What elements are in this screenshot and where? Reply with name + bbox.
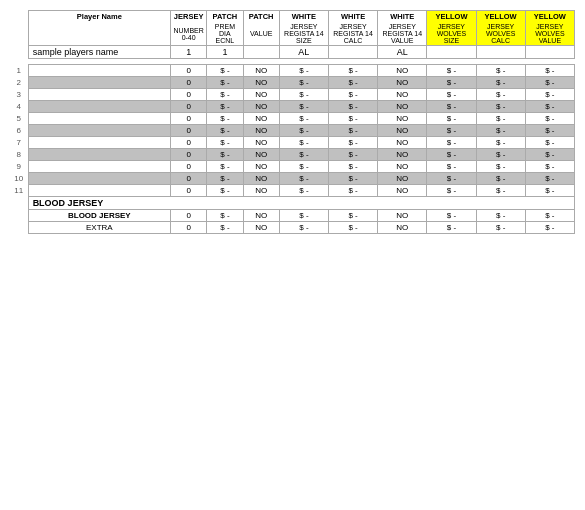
jersey-sub: NUMBER0-40 xyxy=(171,22,207,46)
blood-player: BLOOD JERSEY xyxy=(28,210,170,222)
wj10-d2: $ - xyxy=(328,173,377,185)
yj7-d1: $ - xyxy=(427,137,476,149)
yj2-d2: $ - xyxy=(476,77,525,89)
data-row-11: 11 0 $ - NO $ - $ - NO $ - $ - $ - xyxy=(10,185,575,197)
num-10: 0 xyxy=(171,173,207,185)
row-idx-8: 8 xyxy=(10,149,28,161)
yj8-d2: $ - xyxy=(476,149,525,161)
player-name-header: Player Name xyxy=(28,11,170,23)
blood-wj-d2: $ - xyxy=(328,210,377,222)
no-5: NO xyxy=(243,113,279,125)
wj10-no: NO xyxy=(378,173,427,185)
yj7-d3: $ - xyxy=(525,137,574,149)
yj10-d1: $ - xyxy=(427,173,476,185)
sample-wj-size: AL xyxy=(279,46,328,59)
num-5: 0 xyxy=(171,113,207,125)
yj3-d3: $ - xyxy=(525,89,574,101)
num-4: 0 xyxy=(171,101,207,113)
patch-header: PATCH xyxy=(243,11,279,23)
player-name-7 xyxy=(28,137,170,149)
num-6: 0 xyxy=(171,125,207,137)
data-row-4: 4 0 $ - NO $ - $ - NO $ - $ - $ - xyxy=(10,101,575,113)
blood-yj-d2: $ - xyxy=(476,210,525,222)
yj-d1: $ - xyxy=(427,65,476,77)
sample-player-name: sample players name xyxy=(28,46,170,59)
wj2-no: NO xyxy=(378,77,427,89)
data-row-3: 3 0 $ - NO $ - $ - NO $ - $ - $ - xyxy=(10,89,575,101)
patch-prem-sub: PREMDIAECNL xyxy=(207,22,243,46)
row-idx-2: 2 xyxy=(10,77,28,89)
yj5-d1: $ - xyxy=(427,113,476,125)
wj4-no: NO xyxy=(378,101,427,113)
row-idx-4: 4 xyxy=(10,101,28,113)
wj8-d2: $ - xyxy=(328,149,377,161)
extra-wj-d1: $ - xyxy=(279,222,328,234)
white-size-sub: JERSEYREGISTA 14SIZE xyxy=(279,22,328,46)
no-9: NO xyxy=(243,161,279,173)
yj11-d2: $ - xyxy=(476,185,525,197)
sample-wj-val: AL xyxy=(378,46,427,59)
extra-idx xyxy=(10,222,28,234)
blood-jersey-row: BLOOD JERSEY 0 $ - NO $ - $ - NO $ - $ -… xyxy=(10,210,575,222)
yj10-d2: $ - xyxy=(476,173,525,185)
yj-d3: $ - xyxy=(525,65,574,77)
player-name-4 xyxy=(28,101,170,113)
data-row-8: 8 0 $ - NO $ - $ - NO $ - $ - $ - xyxy=(10,149,575,161)
blood-row-idx xyxy=(10,210,28,222)
idx-header xyxy=(10,11,28,23)
dollar-8: $ - xyxy=(207,149,243,161)
num-3: 0 xyxy=(171,89,207,101)
wj10-d1: $ - xyxy=(279,173,328,185)
sample-patch: 1 xyxy=(207,46,243,59)
yj5-d3: $ - xyxy=(525,113,574,125)
no-2: NO xyxy=(243,77,279,89)
wj9-d1: $ - xyxy=(279,161,328,173)
wj9-no: NO xyxy=(378,161,427,173)
sample-wj-calc xyxy=(328,46,377,59)
blood-yj-d3: $ - xyxy=(525,210,574,222)
yellow-jersey-header: YELLOW xyxy=(427,11,476,23)
yj9-d2: $ - xyxy=(476,161,525,173)
player-name-3 xyxy=(28,89,170,101)
dollar-7: $ - xyxy=(207,137,243,149)
player-name-sub xyxy=(28,22,170,46)
dollar-5: $ - xyxy=(207,113,243,125)
wj8-d1: $ - xyxy=(279,149,328,161)
yj7-d2: $ - xyxy=(476,137,525,149)
no-10: NO xyxy=(243,173,279,185)
extra-label: EXTRA xyxy=(28,222,170,234)
yj-d2: $ - xyxy=(476,65,525,77)
sample-yj-size xyxy=(427,46,476,59)
extra-no: NO xyxy=(243,222,279,234)
num-7: 0 xyxy=(171,137,207,149)
jersey-number-header: JERSEY xyxy=(171,11,207,23)
wj5-d2: $ - xyxy=(328,113,377,125)
wj11-d1: $ - xyxy=(279,185,328,197)
player-name-10 xyxy=(28,173,170,185)
player-name-9 xyxy=(28,161,170,173)
dollar-11: $ - xyxy=(207,185,243,197)
header-row-1: Player Name JERSEY PATCH PATCH WHITE WHI… xyxy=(10,11,575,23)
data-row-5: 5 0 $ - NO $ - $ - NO $ - $ - $ - xyxy=(10,113,575,125)
extra-dollar: $ - xyxy=(207,222,243,234)
wj4-d2: $ - xyxy=(328,101,377,113)
yellow-size-sub: JERSEYWOLVESSIZE xyxy=(427,22,476,46)
wj11-d2: $ - xyxy=(328,185,377,197)
blood-jersey-label-row: BLOOD JERSEY xyxy=(10,197,575,210)
data-row-9: 9 0 $ - NO $ - $ - NO $ - $ - $ - xyxy=(10,161,575,173)
yj4-d3: $ - xyxy=(525,101,574,113)
player-name-8 xyxy=(28,149,170,161)
wj2-d1: $ - xyxy=(279,77,328,89)
yj6-d2: $ - xyxy=(476,125,525,137)
row-idx-11: 11 xyxy=(10,185,28,197)
wj7-no: NO xyxy=(378,137,427,149)
yj2-d1: $ - xyxy=(427,77,476,89)
no-7: NO xyxy=(243,137,279,149)
no-11: NO xyxy=(243,185,279,197)
yj3-d2: $ - xyxy=(476,89,525,101)
wj3-d1: $ - xyxy=(279,89,328,101)
sample-idx xyxy=(10,46,28,59)
yj11-d1: $ - xyxy=(427,185,476,197)
header-row-2: NUMBER0-40 PREMDIAECNL VALUE JERSEYREGIS… xyxy=(10,22,575,46)
wj2-d2: $ - xyxy=(328,77,377,89)
